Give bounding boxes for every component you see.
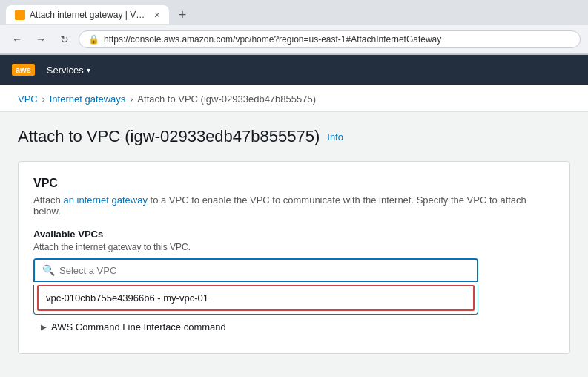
forward-button[interactable]: → bbox=[31, 30, 50, 49]
cli-accordion[interactable]: ▶ AWS Command Line Interface command bbox=[33, 315, 478, 338]
address-bar[interactable]: 🔒 https://console.aws.amazon.com/vpc/hom… bbox=[79, 30, 581, 48]
cli-label: AWS Command Line Interface command bbox=[51, 321, 226, 332]
aws-logo-box: aws bbox=[12, 64, 35, 76]
breadcrumb-sep-1: › bbox=[42, 94, 45, 105]
breadcrumb-current: Attach to VPC (igw-02933edb47b855575) bbox=[137, 94, 316, 105]
main-content: Attach to VPC (igw-02933edb47b855575) In… bbox=[0, 112, 588, 377]
card-desc-link[interactable]: an internet gateway bbox=[63, 194, 147, 206]
vpc-dropdown-item[interactable]: vpc-010cbb755e43966b6 - my-vpc-01 bbox=[37, 285, 475, 311]
new-tab-button[interactable]: + bbox=[172, 4, 193, 25]
browser-chrome: Attach internet gateway | VPC M... × + ←… bbox=[0, 0, 588, 55]
tab-favicon bbox=[15, 10, 25, 20]
card-section-title: VPC bbox=[33, 177, 555, 190]
cli-triangle-icon: ▶ bbox=[41, 323, 47, 331]
footer-buttons: Cancel Attach internet gateway bbox=[18, 366, 570, 377]
reload-button[interactable]: ↻ bbox=[55, 30, 74, 49]
vpc-select-container: 🔍 vpc-010cbb755e43966b6 - my-vpc-01 ▶ AW… bbox=[33, 258, 478, 338]
breadcrumb-sep-2: › bbox=[130, 94, 133, 105]
field-sublabel: Attach the internet gateway to this VPC. bbox=[33, 242, 555, 252]
services-chevron: ▾ bbox=[87, 66, 90, 74]
aws-nav-bar: aws Services ▾ bbox=[0, 55, 588, 85]
search-input-wrapper[interactable]: 🔍 bbox=[33, 258, 478, 282]
browser-nav-bar: ← → ↻ 🔒 https://console.aws.amazon.com/v… bbox=[0, 25, 588, 54]
lock-icon: 🔒 bbox=[88, 34, 99, 45]
url-text: https://console.aws.amazon.com/vpc/home?… bbox=[104, 34, 441, 45]
tab-close-button[interactable]: × bbox=[154, 10, 160, 20]
search-input[interactable] bbox=[59, 265, 469, 276]
aws-logo[interactable]: aws bbox=[12, 64, 35, 76]
tab-title: Attach internet gateway | VPC M... bbox=[30, 10, 150, 20]
card-desc-prefix: Attach bbox=[33, 194, 63, 206]
services-menu[interactable]: Services ▾ bbox=[47, 65, 90, 76]
vpc-card: VPC Attach an internet gateway to a VPC … bbox=[18, 161, 570, 354]
tab-bar: Attach internet gateway | VPC M... × + bbox=[0, 0, 588, 25]
search-icon: 🔍 bbox=[42, 264, 55, 276]
info-link[interactable]: Info bbox=[327, 131, 343, 142]
vpc-dropdown-list: vpc-010cbb755e43966b6 - my-vpc-01 bbox=[33, 285, 478, 315]
card-description: Attach an internet gateway to a VPC to e… bbox=[33, 194, 555, 217]
page-title: Attach to VPC (igw-02933edb47b855575) bbox=[18, 127, 320, 146]
field-label: Available VPCs bbox=[33, 229, 555, 240]
breadcrumb-internet-gateways[interactable]: Internet gateways bbox=[50, 94, 126, 105]
breadcrumb-vpc[interactable]: VPC bbox=[18, 94, 38, 105]
active-tab[interactable]: Attach internet gateway | VPC M... × bbox=[6, 5, 169, 24]
back-button[interactable]: ← bbox=[7, 30, 27, 49]
breadcrumb: VPC › Internet gateways › Attach to VPC … bbox=[0, 85, 588, 111]
services-label: Services bbox=[47, 65, 84, 76]
page-title-row: Attach to VPC (igw-02933edb47b855575) In… bbox=[18, 127, 570, 146]
